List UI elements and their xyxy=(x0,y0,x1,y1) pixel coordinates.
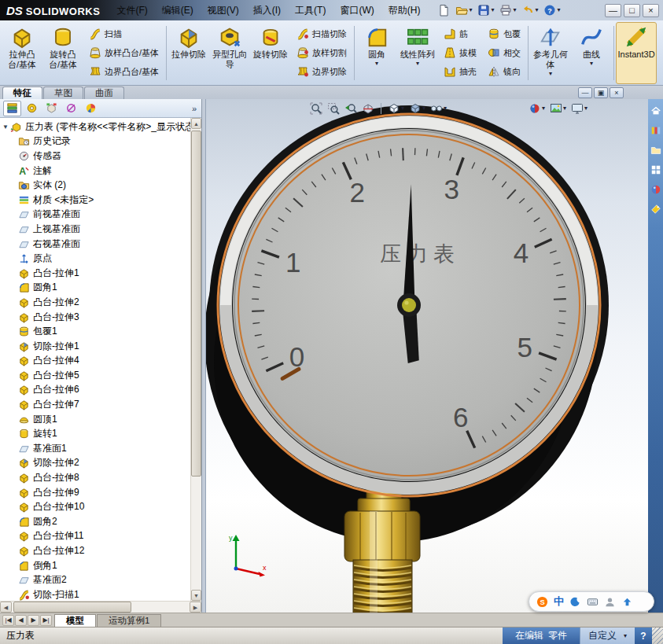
tree-item-6[interactable]: 上视基准面 xyxy=(2,222,190,237)
tree-item-4[interactable]: 材质 <未指定> xyxy=(2,193,190,208)
zoom-area-button[interactable] xyxy=(326,101,341,116)
tab-草图[interactable]: 草图 xyxy=(43,86,83,99)
ribbon-button-7-0[interactable]: 扫描切除 xyxy=(293,26,350,42)
ribbon-button-5[interactable]: 异型孔向导 xyxy=(209,22,250,84)
ribbon-button-2-0[interactable]: 扫描 xyxy=(86,26,162,42)
appearances-pane-button[interactable] xyxy=(649,182,662,196)
panel-overflow-chevron[interactable]: » xyxy=(192,104,198,113)
tree-item-12[interactable]: 凸台-拉伸3 xyxy=(2,310,190,325)
tree-item-11[interactable]: 凸台-拉伸2 xyxy=(2,295,190,310)
ribbon-button-11-0[interactable]: 筋 xyxy=(440,26,480,42)
new-document-button[interactable] xyxy=(435,2,452,18)
zoom-previous-button[interactable] xyxy=(343,101,359,116)
menu-item-2[interactable]: 视图(V) xyxy=(201,0,246,20)
ribbon-button-0[interactable]: 拉伸凸台/基体 xyxy=(2,22,42,84)
hide-show-items-button[interactable]: ▾ xyxy=(429,101,448,116)
ribbon-button-4[interactable]: 拉伸切除 xyxy=(168,22,209,84)
tree-item-0[interactable]: 历史记录 xyxy=(2,134,190,149)
propertymanager-tab[interactable] xyxy=(23,101,41,116)
doc-tab-模型[interactable]: 模型 xyxy=(54,614,96,627)
sogou-logo-icon[interactable]: S xyxy=(536,596,548,608)
tree-item-24[interactable]: 凸台-拉伸9 xyxy=(2,485,190,500)
menu-item-3[interactable]: 插入(I) xyxy=(246,0,288,20)
apply-scene-button[interactable]: ▾ xyxy=(548,101,568,116)
tree-item-15[interactable]: 凸台-拉伸4 xyxy=(2,354,190,369)
view-settings-button[interactable]: ▾ xyxy=(569,101,589,116)
tree-item-13[interactable]: 包覆1 xyxy=(2,324,190,339)
tab-nav-button-0[interactable]: |◀ xyxy=(2,615,14,626)
design-library-button[interactable] xyxy=(649,123,662,137)
tree-item-14[interactable]: 切除-拉伸1 xyxy=(2,339,190,354)
edit-appearance-button[interactable]: ▾ xyxy=(527,101,547,116)
displaymanager-tab[interactable] xyxy=(82,101,100,116)
dimxpertmanager-tab[interactable] xyxy=(62,101,80,116)
tree-item-18[interactable]: 凸台-拉伸7 xyxy=(2,397,190,412)
tree-item-22[interactable]: 切除-拉伸2 xyxy=(2,456,190,471)
tab-nav-button-3[interactable]: ▶| xyxy=(40,615,52,626)
tab-nav-button-1[interactable]: ◀ xyxy=(15,615,27,626)
view-palette-pane-button[interactable] xyxy=(649,163,662,176)
ribbon-button-7-2[interactable]: 边界切除 xyxy=(293,64,350,79)
skin-up-icon[interactable] xyxy=(621,596,633,608)
ribbon-button-11-1[interactable]: 拔模 xyxy=(440,45,480,61)
tree-item-9[interactable]: 凸台-拉伸1 xyxy=(2,266,190,281)
scrollbar-track[interactable] xyxy=(191,129,201,590)
zoom-fit-button[interactable] xyxy=(308,101,324,116)
close-button[interactable]: × xyxy=(643,4,659,17)
chinese-mode-button[interactable]: 中 xyxy=(554,594,564,609)
doc-tab-运动算例1[interactable]: 运动算例1 xyxy=(97,614,161,627)
undo-button[interactable]: ▾ xyxy=(519,2,540,18)
display-style-button[interactable]: ▾ xyxy=(407,101,427,116)
tree-item-10[interactable]: 圆角1 xyxy=(2,281,190,296)
collapse-caret-icon[interactable]: ▼ xyxy=(2,123,10,131)
ribbon-button-10[interactable]: 线性阵列▾ xyxy=(397,22,438,84)
tree-item-2[interactable]: A注解 xyxy=(2,164,190,178)
tree-item-21[interactable]: 基准面1 xyxy=(2,441,190,456)
ribbon-button-2-2[interactable]: 边界凸台/基体 xyxy=(86,64,162,79)
scrollbar-track[interactable] xyxy=(12,602,190,613)
tab-特征[interactable]: 特征 xyxy=(2,86,42,99)
save-button[interactable]: ▾ xyxy=(475,2,496,18)
ribbon-button-12-2[interactable]: 镜向 xyxy=(484,64,524,79)
ribbon-button-9[interactable]: 圆角▾ xyxy=(356,22,397,84)
tree-item-19[interactable]: 圆顶1 xyxy=(2,412,190,427)
tree-item-1[interactable]: 传感器 xyxy=(2,149,190,164)
resize-grip[interactable] xyxy=(652,627,663,644)
scroll-right-button[interactable]: ▶ xyxy=(190,602,201,613)
tree-item-7[interactable]: 右视基准面 xyxy=(2,237,190,252)
help-button[interactable]: ?▾ xyxy=(541,2,562,18)
minimize-button[interactable]: — xyxy=(605,4,621,17)
maximize-button[interactable]: □ xyxy=(624,4,640,17)
doc-restore-button[interactable]: ▣ xyxy=(594,87,608,98)
custom-properties-button[interactable] xyxy=(649,202,662,215)
configurationmanager-tab[interactable] xyxy=(42,101,61,116)
ribbon-button-11-2[interactable]: 抽壳 xyxy=(440,64,480,79)
soft-keyboard-icon[interactable] xyxy=(587,596,599,608)
doc-minimize-button[interactable]: — xyxy=(578,87,592,98)
menu-item-0[interactable]: 文件(F) xyxy=(109,0,154,20)
ribbon-button-14[interactable]: 参考几何体▾ xyxy=(530,22,571,84)
scrollbar-thumb[interactable] xyxy=(191,131,201,477)
tree-item-25[interactable]: 凸台-拉伸10 xyxy=(2,499,190,514)
tree-item-3[interactable]: 实体 (2) xyxy=(2,178,190,193)
scrollbar-thumb[interactable] xyxy=(13,602,131,613)
tree-item-20[interactable]: 旋转1 xyxy=(2,426,190,441)
status-help-button[interactable]: ? xyxy=(635,627,652,644)
menu-item-5[interactable]: 窗口(W) xyxy=(333,0,381,20)
tree-item-28[interactable]: 凸台-拉伸12 xyxy=(2,543,190,558)
print-button[interactable]: ▾ xyxy=(497,2,518,18)
view-orientation-button[interactable]: ▾ xyxy=(386,101,406,116)
tree-item-29[interactable]: 倒角1 xyxy=(2,558,190,573)
tree-item-16[interactable]: 凸台-拉伸5 xyxy=(2,368,190,383)
scroll-down-button[interactable]: ▼ xyxy=(191,590,201,601)
section-view-button[interactable] xyxy=(360,101,376,116)
tab-nav-button-2[interactable]: ▶ xyxy=(28,615,39,626)
ribbon-button-12-0[interactable]: 包覆 xyxy=(484,26,524,42)
tree-item-30[interactable]: 基准面2 xyxy=(2,572,190,587)
tree-vertical-scrollbar[interactable]: ▲ ▼ xyxy=(190,118,201,601)
file-explorer-button[interactable] xyxy=(649,143,662,156)
ribbon-button-12-1[interactable]: 相交 xyxy=(484,45,524,61)
tab-曲面[interactable]: 曲面 xyxy=(84,86,124,99)
ribbon-button-17[interactable]: Instant3D xyxy=(616,22,657,84)
tree-root-item[interactable]: ▼压力表 (零件名称<<零件名称>_显示状态 xyxy=(2,120,190,134)
